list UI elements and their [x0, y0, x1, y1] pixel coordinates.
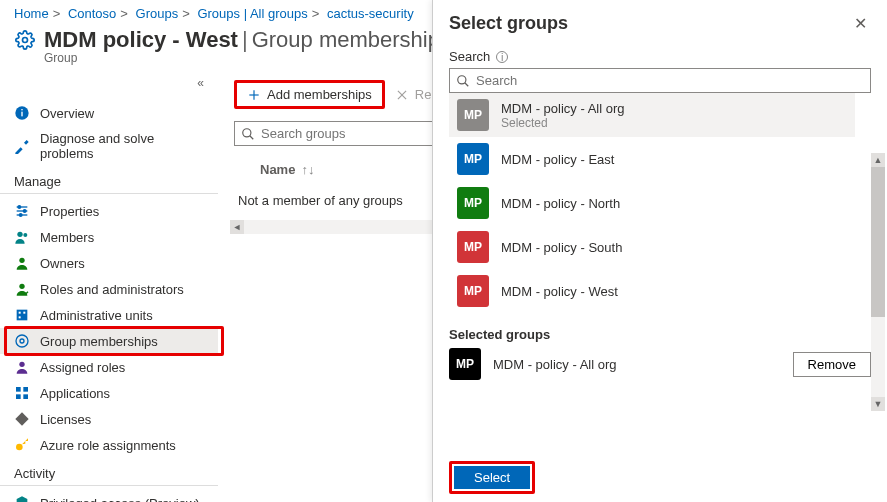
group-name: MDM - policy - East: [501, 152, 614, 167]
svg-rect-23: [16, 394, 21, 399]
group-name: MDM - policy - All org: [501, 101, 625, 116]
crumb-cactus[interactable]: cactus-security: [327, 6, 414, 21]
svg-rect-2: [21, 112, 22, 117]
svg-point-11: [23, 233, 27, 237]
nav-label: Privileged access (Preview): [40, 496, 200, 503]
shield-icon: [14, 495, 30, 502]
group-selected-label: Selected: [501, 116, 625, 130]
collapse-nav-icon[interactable]: «: [197, 76, 204, 90]
scroll-down-icon[interactable]: ▼: [871, 397, 885, 411]
svg-point-32: [458, 75, 466, 83]
svg-rect-15: [19, 312, 21, 314]
panel-search-box[interactable]: [449, 68, 871, 93]
svg-rect-14: [17, 310, 28, 321]
group-name: MDM - policy - South: [501, 240, 622, 255]
svg-point-10: [17, 232, 22, 237]
svg-rect-21: [16, 387, 21, 392]
info-icon[interactable]: i: [496, 51, 508, 63]
select-groups-panel: Select groups ✕ Searchi MP MDM - policy …: [432, 0, 887, 502]
svg-point-18: [20, 339, 24, 343]
svg-rect-24: [23, 394, 28, 399]
vertical-scrollbar[interactable]: ▲ ▼: [871, 153, 885, 411]
selected-group-row: MP MDM - policy - All org Remove: [449, 348, 871, 380]
nav-owners[interactable]: Owners: [0, 250, 218, 276]
nav-section-manage: Manage: [0, 166, 218, 194]
title-separator: |: [238, 27, 252, 53]
svg-point-30: [243, 128, 251, 136]
info-icon: [14, 105, 30, 121]
close-icon[interactable]: ✕: [850, 10, 871, 37]
nav-label: Azure role assignments: [40, 438, 176, 453]
nav-diagnose[interactable]: Diagnose and solve problems: [0, 126, 218, 166]
panel-search-input[interactable]: [476, 73, 864, 88]
add-memberships-button[interactable]: Add memberships: [237, 83, 382, 106]
nav-label: Roles and administrators: [40, 282, 184, 297]
nav-assigned-roles[interactable]: Assigned roles: [0, 354, 218, 380]
group-item-east[interactable]: MP MDM - policy - East: [449, 137, 855, 181]
gear-icon: [14, 333, 30, 349]
group-item-west[interactable]: MP MDM - policy - West: [449, 269, 855, 313]
crumb-groups[interactable]: Groups: [136, 6, 179, 21]
gear-icon: [14, 29, 36, 51]
group-badge: MP: [457, 99, 489, 131]
page-title: MDM policy - West: [44, 27, 238, 53]
nav-licenses[interactable]: Licenses: [0, 406, 218, 432]
nav-label: Assigned roles: [40, 360, 125, 375]
nav-label: Properties: [40, 204, 99, 219]
nav-privileged-access[interactable]: Privileged access (Preview): [0, 490, 218, 502]
remove-selected-button[interactable]: Remove: [793, 352, 871, 377]
sliders-icon: [14, 203, 30, 219]
panel-title: Select groups: [449, 13, 850, 34]
svg-point-8: [23, 210, 26, 213]
svg-rect-17: [19, 316, 21, 318]
nav-azure-role[interactable]: Azure role assignments: [0, 432, 218, 458]
nav-roles-admins[interactable]: Roles and administrators: [0, 276, 218, 302]
nav-members[interactable]: Members: [0, 224, 218, 250]
svg-line-33: [465, 82, 469, 86]
group-item-north[interactable]: MP MDM - policy - North: [449, 181, 855, 225]
nav-admin-units[interactable]: Administrative units: [0, 302, 218, 328]
svg-point-19: [16, 335, 28, 347]
search-label: Searchi: [449, 49, 871, 64]
group-badge: MP: [457, 231, 489, 263]
crumb-allgroups[interactable]: Groups | All groups: [197, 6, 307, 21]
nav-overview[interactable]: Overview: [0, 100, 218, 126]
group-item-all-org[interactable]: MP MDM - policy - All org Selected: [449, 93, 855, 137]
highlight-box-add: Add memberships: [234, 80, 385, 109]
nav-label: Licenses: [40, 412, 91, 427]
group-name: MDM - policy - All org: [493, 357, 617, 372]
svg-point-7: [18, 206, 21, 209]
admin-icon: [14, 281, 30, 297]
scrollbar-thumb[interactable]: [871, 167, 885, 317]
svg-rect-16: [23, 312, 25, 314]
search-icon: [241, 127, 255, 141]
group-item-south[interactable]: MP MDM - policy - South: [449, 225, 855, 269]
role-icon: [14, 359, 30, 375]
highlight-box-select: Select: [449, 461, 535, 494]
selected-groups-header: Selected groups: [449, 327, 871, 342]
group-badge: MP: [449, 348, 481, 380]
group-badge: MP: [457, 143, 489, 175]
nav-applications[interactable]: Applications: [0, 380, 218, 406]
side-nav: « Overview Diagnose and solve problems M…: [0, 94, 218, 502]
nav-properties[interactable]: Properties: [0, 198, 218, 224]
toolbar-label: Add memberships: [267, 87, 372, 102]
key-icon: [14, 437, 30, 453]
crumb-contoso[interactable]: Contoso: [68, 6, 116, 21]
scroll-up-icon[interactable]: ▲: [871, 153, 885, 167]
page-subtitle-section: Group memberships: [252, 27, 451, 53]
tag-icon: [14, 411, 30, 427]
x-icon: [395, 88, 409, 102]
svg-point-13: [19, 284, 24, 289]
nav-label: Administrative units: [40, 308, 153, 323]
wrench-icon: [14, 138, 30, 154]
group-name: MDM - policy - North: [501, 196, 620, 211]
plus-icon: [247, 88, 261, 102]
nav-group-memberships[interactable]: Group memberships: [0, 328, 218, 354]
scroll-left-icon[interactable]: ◄: [230, 220, 244, 234]
crumb-home[interactable]: Home: [14, 6, 49, 21]
group-badge: MP: [457, 275, 489, 307]
select-button[interactable]: Select: [454, 466, 530, 489]
apps-icon: [14, 385, 30, 401]
nav-label: Overview: [40, 106, 94, 121]
